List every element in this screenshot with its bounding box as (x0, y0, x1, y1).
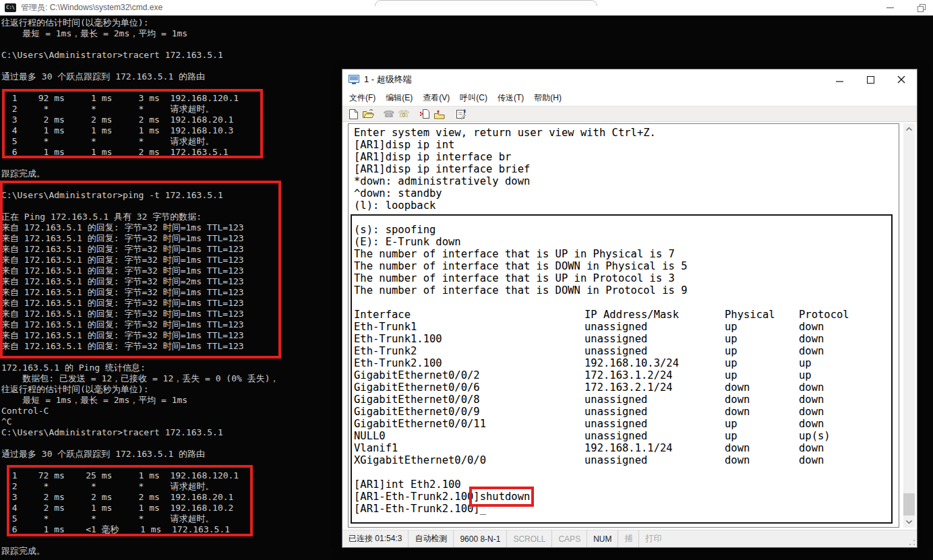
interface-table-row: GigabitEthernet0/0/2 172.163.1.2/24 up u… (354, 369, 899, 381)
open-folder-icon[interactable] (361, 107, 375, 121)
ht-maximize-button[interactable] (855, 69, 886, 90)
cell-interface: Eth-Trunk1.100 (354, 333, 584, 345)
shutdown-annotation: ]shutdown (473, 491, 530, 503)
send-file-icon[interactable] (417, 107, 432, 121)
status-print: 打印 (639, 530, 667, 547)
properties-icon[interactable] (453, 107, 468, 121)
cell-protocol: down (799, 454, 899, 466)
col-physical: Physical (725, 309, 799, 321)
terminal-line: The number of interface that is UP in Pr… (354, 272, 899, 284)
terminal-line: The number of interface that is DOWN in … (354, 284, 899, 297)
console-line (1, 39, 933, 50)
cell-interface: NULL0 (354, 430, 584, 442)
status-autodetect: 自动检测 (409, 530, 454, 547)
ht-minimize-button[interactable] (824, 69, 855, 90)
hyperterminal-icon (349, 75, 359, 84)
call-phone-icon[interactable]: ☎ (382, 107, 396, 121)
interface-table-row: NULL0 unassigned up up(s) (354, 430, 899, 442)
cell-protocol: down (799, 406, 899, 418)
cell-protocol: down (799, 321, 899, 333)
cmd-restore-button[interactable] (910, 0, 933, 15)
terminal-summary-block: (s): spoofing(E): E-Trunk downThe number… (354, 224, 899, 297)
interface-table-row: GigabitEthernet0/0/6 172.163.2.1/24 down… (354, 381, 899, 394)
col-interface: Interface (354, 309, 584, 321)
cell-physical: up (725, 430, 799, 442)
status-capture: 捕 (618, 530, 639, 547)
hyperterminal-statusbar: 已连接 01:54:3 自动检测 9600 8-N-1 SCROLL CAPS … (342, 530, 917, 547)
cell-ip-mask: 172.163.2.1/24 (584, 381, 725, 394)
hyperterminal-title: 1 - 超级终端 (364, 73, 412, 86)
minimize-icon (836, 76, 843, 84)
cell-ip-mask: unassigned (584, 345, 725, 357)
menu-item[interactable]: 传送(T) (498, 92, 524, 104)
cell-interface: GigabitEthernet0/0/8 (354, 394, 584, 406)
console-line: C:\Users\Administrator>tracert 172.163.5… (1, 50, 933, 61)
interface-table-row: Eth-Trunk2.100 192.168.10.3/24 up up (354, 357, 899, 369)
interface-table-row: GigabitEthernet0/0/9 unassigned down dow… (354, 406, 899, 418)
cmd-icon: C:\ (5, 3, 16, 12)
terminal-pre-block: Enter system view, return user view with… (354, 127, 899, 212)
desktop: C:\ 管理员: C:\Windows\system32\cmd.exe 往返行… (0, 0, 933, 560)
cell-physical: up (725, 357, 799, 369)
cell-protocol: down (799, 394, 899, 406)
cell-physical: up (725, 418, 799, 430)
scroll-down-icon[interactable] (903, 516, 915, 528)
interface-table-row: Eth-Trunk2 unassigned up down (354, 345, 899, 357)
cell-protocol: down (799, 345, 899, 357)
hangup-phone-icon[interactable]: ☏ (396, 107, 411, 121)
new-document-icon[interactable] (346, 107, 361, 121)
background-window-tab (375, 0, 597, 6)
cmd-minimize-button[interactable] (878, 0, 901, 15)
cell-interface: Vlanif1 (354, 442, 584, 454)
terminal-line: [AR1]disp ip interface brief (354, 163, 899, 175)
status-scroll: SCROLL (507, 530, 552, 547)
menu-item[interactable]: 文件(F) (349, 92, 375, 104)
hyperterminal-window: 1 - 超级终端 文件(F)编辑(E)查看(V)呼叫(C)传送(T)帮助(H) (342, 69, 917, 547)
cell-interface: GigabitEthernet0/0/2 (354, 369, 584, 381)
restore-icon (917, 4, 926, 12)
status-baud: 9600 8-N-1 (454, 530, 507, 547)
cell-protocol: up (799, 357, 899, 369)
scroll-up-icon[interactable] (903, 123, 915, 135)
terminal-line: ^down: standby (354, 187, 899, 199)
receive-file-icon[interactable] (432, 107, 447, 121)
cmd-window-title: 管理员: C:\Windows\system32\cmd.exe (21, 0, 162, 15)
cell-protocol: up(s) (799, 430, 899, 442)
ht-close-button[interactable] (886, 69, 917, 90)
cell-physical: down (725, 442, 799, 454)
col-protocol: Protocol (799, 309, 899, 321)
terminal-screen[interactable]: Enter system view, return user view with… (348, 123, 899, 528)
close-icon (897, 75, 905, 84)
terminal-line: [AR1]disp ip int (354, 139, 899, 151)
interface-table-body: Eth-Trunk1 unassigned up down Eth-Trunk1… (354, 321, 899, 466)
menu-item[interactable]: 帮助(H) (534, 92, 562, 104)
resize-grip[interactable] (909, 539, 915, 546)
cell-physical: down (725, 381, 799, 394)
maximize-icon (867, 76, 874, 84)
cell-physical: up (725, 333, 799, 345)
menu-item[interactable]: 编辑(E) (386, 92, 413, 104)
cell-interface: XGigabitEthernet0/0/0 (354, 454, 584, 466)
terminal-scrollbar[interactable] (903, 123, 915, 528)
cell-ip-mask: unassigned (584, 454, 725, 466)
cell-interface: GigabitEthernet0/0/11 (354, 418, 584, 430)
cell-ip-mask: unassigned (584, 321, 725, 333)
cell-interface: GigabitEthernet0/0/9 (354, 406, 584, 418)
interface-table-header: Interface IP Address/Mask Physical Proto… (354, 309, 899, 321)
command-prompt-cursor: [AR1-Eth-Trunk2.100]_ (354, 503, 899, 515)
menu-item[interactable]: 呼叫(C) (460, 92, 487, 104)
terminal-content: Enter system view, return user view with… (349, 124, 899, 527)
interface-table-row: Eth-Trunk1 unassigned up down (354, 321, 899, 333)
interface-table-row: GigabitEthernet0/0/8 unassigned down dow… (354, 394, 899, 406)
terminal-line: Enter system view, return user view with… (354, 127, 899, 139)
interface-table-row: GigabitEthernet0/0/11 unassigned up down (354, 418, 899, 430)
interface-table-row: Vlanif1 192.168.1.1/24 down down (354, 442, 899, 454)
minimize-icon (886, 4, 894, 11)
scrollbar-thumb[interactable] (903, 493, 915, 516)
console-line: 往返行程的估计时间(以毫秒为单位): (1, 18, 933, 28)
cell-protocol: down (799, 333, 899, 345)
menu-item[interactable]: 查看(V) (423, 92, 450, 104)
cell-physical: up (725, 369, 799, 381)
cell-ip-mask: unassigned (584, 406, 725, 418)
terminal-line: The number of interface that is UP in Ph… (354, 248, 899, 260)
